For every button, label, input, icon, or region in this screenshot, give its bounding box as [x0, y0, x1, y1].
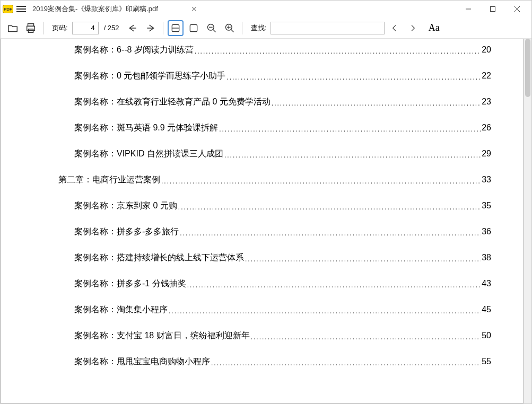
toc-text: 案例名称：支付宝 18 财富日，缤纷福利迎新年: [74, 330, 250, 341]
text-settings-button[interactable]: Aa: [426, 20, 442, 36]
toc-page-number: 55: [482, 357, 491, 366]
toc-text: 案例名称：淘集集小程序: [74, 304, 168, 315]
page-label: 页码:: [52, 23, 68, 33]
toc-entry[interactable]: 案例名称：0 元包邮领学而思练字小助手.....................…: [74, 63, 491, 89]
separator: [242, 22, 242, 34]
menu-icon[interactable]: [16, 6, 26, 12]
toolbar: 页码: / 252 查找: Aa: [1, 17, 531, 39]
scrollbar-thumb[interactable]: [525, 39, 530, 97]
toc-page-number: 20: [482, 45, 491, 55]
app-icon: PDF: [3, 5, 13, 13]
toc-text: 案例名称：VIPKID 自然拼读课三人成团: [74, 148, 223, 160]
toc-page-number: 38: [482, 253, 491, 262]
toc-text: 第二章：电商行业运营案例: [58, 174, 160, 186]
window-title: 2019案例合集-《爆款案例库》印刷稿.pdf: [32, 4, 158, 14]
find-label: 查找:: [251, 23, 267, 33]
toc-dots: ........................................…: [251, 333, 481, 341]
toc-entry[interactable]: 案例名称：斑马英语 9.9 元体验课拆解....................…: [74, 115, 491, 141]
toc-text: 案例名称：斑马英语 9.9 元体验课拆解: [74, 122, 218, 134]
toc-page-number: 45: [482, 305, 491, 314]
close-button[interactable]: [505, 1, 529, 17]
page-input[interactable]: [72, 22, 99, 34]
find-prev-button[interactable]: [387, 20, 403, 36]
toc-dots: ........................................…: [161, 178, 481, 185]
toc-entry[interactable]: 案例名称：拼多多-1 分钱抽奖.........................…: [74, 271, 491, 297]
toc-dots: ........................................…: [272, 100, 481, 107]
svg-rect-9: [190, 24, 197, 31]
toc-page-number: 23: [482, 97, 491, 107]
page-total: / 252: [104, 24, 119, 32]
toc-entry[interactable]: 案例名称：甩甩宝宝电商购物小程序........................…: [74, 349, 491, 375]
scrollbar[interactable]: [524, 39, 531, 403]
svg-line-11: [213, 29, 215, 32]
toc-dots: ........................................…: [245, 256, 481, 263]
toc-dots: ........................................…: [180, 230, 481, 237]
toc-dots: ........................................…: [219, 126, 481, 133]
toc-page-number: 36: [482, 227, 491, 236]
zoom-in-button[interactable]: [222, 20, 238, 36]
find-next-button[interactable]: [405, 20, 421, 36]
prev-page-button[interactable]: [125, 20, 141, 36]
zoom-out-button[interactable]: [204, 20, 220, 36]
maximize-button[interactable]: [481, 1, 505, 17]
toc-entry[interactable]: 案例名称：在线教育行业轻教育产品 0 元免费学活动...............…: [74, 89, 491, 115]
toc-page-number: 22: [482, 71, 491, 81]
toc-text: 案例名称：6--8 岁阅读力训练营: [74, 45, 194, 56]
toc-entry[interactable]: 第二章：电商行业运营案例............................…: [58, 167, 491, 193]
find-input[interactable]: [271, 22, 385, 34]
svg-line-14: [231, 29, 233, 32]
toc-page-number: 43: [482, 279, 491, 288]
next-page-button[interactable]: [143, 20, 159, 36]
content-area: 案例名称：6--8 岁阅读力训练营.......................…: [1, 39, 531, 403]
toc-page-number: 33: [482, 175, 491, 185]
toc-text: 案例名称：在线教育行业轻教育产品 0 元免费学活动: [74, 96, 271, 108]
toc-text: 案例名称：0 元包邮领学而思练字小助手: [74, 71, 225, 82]
toc-entry[interactable]: 案例名称：6--8 岁阅读力训练营.......................…: [74, 45, 491, 63]
toc-page-number: 50: [482, 331, 491, 340]
open-file-button[interactable]: [5, 20, 21, 36]
toc-entry[interactable]: 案例名称：拼多多-多多旅行...........................…: [74, 219, 491, 245]
toc-dots: ........................................…: [169, 308, 481, 315]
window-controls: [456, 1, 529, 17]
toc-entry[interactable]: 案例名称：京东到家 0 元购..........................…: [74, 193, 491, 219]
toc-entry[interactable]: 案例名称：支付宝 18 财富日，缤纷福利迎新年.................…: [74, 323, 491, 349]
toc-dots: ........................................…: [224, 152, 481, 159]
titlebar: PDF 2019案例合集-《爆款案例库》印刷稿.pdf ✕: [1, 1, 531, 17]
toc-page-number: 26: [482, 123, 491, 133]
toc-text: 案例名称：京东到家 0 元购: [74, 200, 177, 212]
toc-dots: ........................................…: [226, 74, 481, 81]
separator: [43, 22, 43, 34]
toc-page-number: 35: [482, 201, 491, 210]
toc-entry[interactable]: 案例名称：VIPKID 自然拼读课三人成团...................…: [74, 141, 491, 167]
fit-width-button[interactable]: [168, 20, 184, 36]
toc-entry[interactable]: 案例名称：搭建持续增长的线上线下运营体系....................…: [74, 245, 491, 271]
minimize-button[interactable]: [456, 1, 481, 17]
toc-dots: ........................................…: [211, 359, 481, 367]
toc-page-number: 29: [482, 149, 491, 159]
toc-text: 案例名称：甩甩宝宝电商购物小程序: [74, 356, 210, 367]
separator: [163, 22, 163, 34]
document-page: 案例名称：6--8 岁阅读力训练营.......................…: [1, 39, 524, 403]
toc-dots: ........................................…: [187, 282, 481, 289]
toc-text: 案例名称：拼多多-多多旅行: [74, 226, 179, 238]
toc-dots: ........................................…: [195, 48, 481, 55]
fit-page-button[interactable]: [186, 20, 202, 36]
toc-entry[interactable]: 案例名称：淘集集小程序.............................…: [74, 297, 491, 323]
svg-rect-1: [491, 7, 495, 12]
close-tab-icon[interactable]: ✕: [190, 5, 198, 13]
print-button[interactable]: [23, 20, 39, 36]
toc-text: 案例名称：搭建持续增长的线上线下运营体系: [74, 252, 244, 264]
toc-text: 案例名称：拼多多-1 分钱抽奖: [74, 278, 186, 289]
toc-dots: ........................................…: [178, 204, 481, 211]
